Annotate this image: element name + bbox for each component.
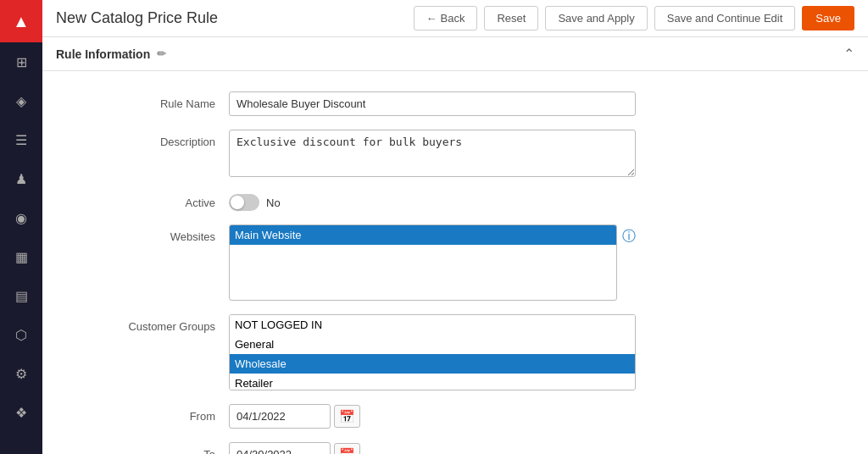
logo-icon: ▲ [13,12,30,31]
catalog-icon: ☰ [15,132,27,148]
rule-name-row: Rule Name [42,85,868,123]
active-control: No [229,191,636,211]
sidebar-item-catalog[interactable]: ☰ [0,120,42,159]
sidebar-item-dashboard[interactable]: ⊞ [0,42,42,81]
customer-groups-option-retailer[interactable]: Retailer [230,374,635,390]
from-date-input[interactable] [229,404,331,429]
header-actions: ← Back Reset Save and Apply Save and Con… [414,6,854,30]
save-and-apply-button[interactable]: Save and Apply [545,6,647,30]
section-title-text: Rule Information [56,47,150,61]
from-label: From [59,404,229,423]
section-title-wrap: Rule Information ✏ [56,47,166,61]
customer-groups-row: Customer Groups NOT LOGGED IN General Wh… [42,307,868,397]
to-calendar-icon[interactable]: 📅 [334,443,360,454]
toggle-knob [231,196,244,209]
save-and-continue-button[interactable]: Save and Continue Edit [654,6,796,30]
websites-control: Main Website ⓘ [229,224,636,301]
sidebar-item-customers[interactable]: ♟ [0,159,42,198]
sidebar-item-marketing[interactable]: ◉ [0,198,42,237]
description-row: Description Exclusive discount for bulk … [42,123,868,184]
to-label: To [59,442,229,454]
customer-groups-option-not-logged[interactable]: NOT LOGGED IN [230,315,635,335]
reports-icon: ▤ [15,288,28,304]
from-calendar-icon[interactable]: 📅 [334,405,360,428]
system-icon: ⚙ [15,366,27,382]
stores-icon: ⬡ [15,327,27,343]
description-control: Exclusive discount for bulk buyers [229,130,636,177]
to-row: To 📅 [42,435,868,454]
form-body: Rule Name Description Exclusive discount… [42,71,868,454]
websites-label: Websites [59,224,229,243]
active-row: Active No [42,184,868,218]
active-toggle[interactable] [229,194,259,211]
description-input[interactable]: Exclusive discount for bulk buyers [229,130,636,177]
sales-icon: ◈ [16,93,26,109]
websites-help-icon[interactable]: ⓘ [622,228,636,246]
section-header: Rule Information ✏ ⌃ [42,37,868,71]
sidebar-item-system[interactable]: ⚙ [0,354,42,393]
save-button[interactable]: Save [802,6,854,30]
collapse-icon[interactable]: ⌃ [843,46,854,62]
sidebar: ▲ ⊞ ◈ ☰ ♟ ◉ ▦ ▤ ⬡ ⚙ ❖ [0,0,42,454]
websites-row: Websites Main Website ⓘ [42,218,868,307]
rule-name-input[interactable] [229,91,636,116]
to-date-wrap: 📅 [229,442,636,454]
rule-name-control [229,91,636,116]
to-date-input[interactable] [229,442,331,454]
customer-groups-control: NOT LOGGED IN General Wholesale Retailer [229,314,636,390]
marketing-icon: ◉ [15,210,27,226]
sidebar-item-stores[interactable]: ⬡ [0,315,42,354]
from-date-wrap: 📅 [229,404,636,429]
customer-groups-select[interactable]: NOT LOGGED IN General Wholesale Retailer [229,314,636,390]
customer-groups-label: Customer Groups [59,314,229,333]
back-arrow-icon: ← [426,12,437,25]
sidebar-item-extensions[interactable]: ❖ [0,393,42,432]
sidebar-item-content[interactable]: ▦ [0,237,42,276]
page-header: New Catalog Price Rule ← Back Reset Save… [42,0,868,37]
from-row: From 📅 [42,397,868,435]
back-button[interactable]: ← Back [414,6,478,30]
rule-name-label: Rule Name [59,91,229,110]
active-no-label: No [266,197,281,209]
extensions-icon: ❖ [15,405,27,421]
toggle-wrap: No [229,191,281,211]
customer-groups-option-general[interactable]: General [230,335,635,354]
to-control: 📅 [229,442,636,454]
main-content: New Catalog Price Rule ← Back Reset Save… [42,0,868,454]
customers-icon: ♟ [15,171,27,187]
page-title: New Catalog Price Rule [56,9,414,27]
from-control: 📅 [229,404,636,429]
websites-option-main[interactable]: Main Website [230,225,616,245]
reset-button[interactable]: Reset [484,6,538,30]
sidebar-item-sales[interactable]: ◈ [0,81,42,120]
logo[interactable]: ▲ [0,0,42,42]
content-area: Rule Information ✏ ⌃ Rule Name Descripti… [42,37,868,454]
dashboard-icon: ⊞ [16,54,27,70]
edit-icon[interactable]: ✏ [157,47,166,60]
sidebar-item-reports[interactable]: ▤ [0,276,42,315]
customer-groups-option-wholesale[interactable]: Wholesale [230,354,635,374]
content-icon: ▦ [15,249,28,265]
active-label: Active [59,191,229,209]
websites-select[interactable]: Main Website [229,224,617,301]
description-label: Description [59,130,229,148]
